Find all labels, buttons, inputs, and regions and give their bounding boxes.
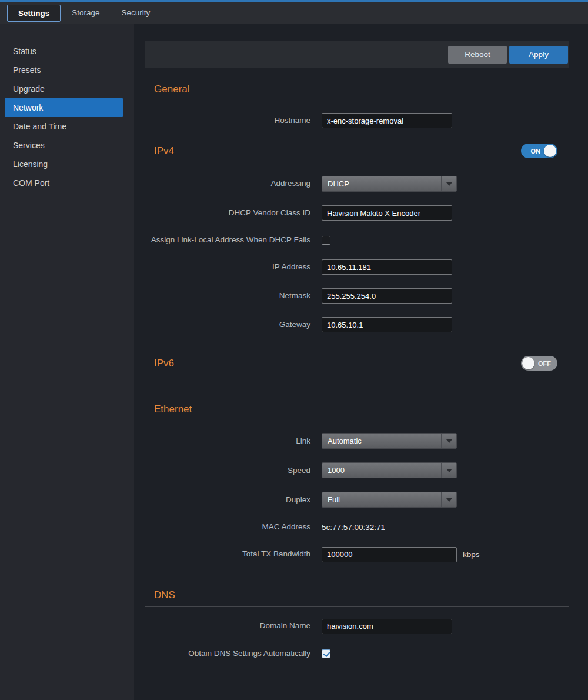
chevron-down-icon xyxy=(441,176,456,191)
obtain-dns-label: Obtain DNS Settings Automatically xyxy=(145,648,310,659)
section-title-ipv4: IPv4 xyxy=(154,145,174,157)
toggle-knob xyxy=(522,357,534,369)
section-title-ipv6: IPv6 xyxy=(154,358,174,369)
duplex-label: Duplex xyxy=(145,494,310,506)
reboot-button[interactable]: Reboot xyxy=(448,46,507,64)
link-select[interactable]: Automatic xyxy=(322,433,457,449)
sidebar-item-date-and-time[interactable]: Date and Time xyxy=(0,117,134,136)
section-title-general: General xyxy=(154,84,189,95)
section-divider xyxy=(145,376,569,376)
chevron-down-icon xyxy=(441,434,456,448)
total-tx-bandwidth-input[interactable] xyxy=(322,547,457,562)
speed-select[interactable]: 1000 xyxy=(322,462,457,478)
speed-selected-value: 1000 xyxy=(322,466,441,475)
duplex-selected-value: Full xyxy=(322,495,441,504)
toggle-on-label: ON xyxy=(531,148,541,155)
domain-name-label: Domain Name xyxy=(145,620,310,632)
sidebar-item-services[interactable]: Services xyxy=(0,136,134,155)
sidebar-item-licensing[interactable]: Licensing xyxy=(0,155,134,174)
ip-address-input[interactable] xyxy=(322,259,452,275)
ipv6-toggle[interactable]: OFF xyxy=(521,356,557,371)
ipv4-toggle[interactable]: ON xyxy=(521,144,557,158)
netmask-label: Netmask xyxy=(145,290,310,302)
main-tab-bar: Settings Storage Security xyxy=(0,2,588,24)
section-general: General Hostname xyxy=(145,84,569,128)
hostname-input[interactable] xyxy=(322,113,452,128)
section-ethernet: Ethernet Link Automatic Speed 1000 xyxy=(145,404,569,562)
netmask-input[interactable] xyxy=(322,288,452,304)
link-local-label: Assign Link-Local Address When DHCP Fail… xyxy=(145,234,310,246)
sidebar-item-com-port[interactable]: COM Port xyxy=(0,174,134,192)
bandwidth-unit-label: kbps xyxy=(463,550,480,559)
chevron-down-icon xyxy=(441,492,456,507)
section-dns: DNS Domain Name Obtain DNS Settings Auto… xyxy=(145,589,569,659)
mac-address-value: 5c:77:57:00:32:71 xyxy=(322,523,385,532)
apply-button[interactable]: Apply xyxy=(509,46,568,64)
hostname-label: Hostname xyxy=(145,115,310,126)
gateway-input[interactable] xyxy=(322,317,452,332)
toggle-off-label: OFF xyxy=(538,360,551,367)
addressing-label: Addressing xyxy=(145,178,310,189)
mac-address-label: MAC Address xyxy=(145,521,310,533)
action-toolbar: Reboot Apply xyxy=(145,41,569,68)
dhcp-vendor-class-id-label: DHCP Vendor Class ID xyxy=(145,207,310,219)
sidebar-item-upgrade[interactable]: Upgrade xyxy=(0,79,134,98)
obtain-dns-checkbox[interactable] xyxy=(322,649,330,658)
section-ipv6: IPv6 OFF xyxy=(145,356,569,376)
toggle-knob xyxy=(544,145,556,157)
sidebar-item-network[interactable]: Network xyxy=(5,98,123,117)
link-selected-value: Automatic xyxy=(322,436,441,445)
sidebar-item-presets[interactable]: Presets xyxy=(0,61,134,79)
link-label: Link xyxy=(145,435,310,447)
tab-storage[interactable]: Storage xyxy=(61,5,111,22)
sidebar-item-status[interactable]: Status xyxy=(0,42,134,61)
addressing-select[interactable]: DHCP xyxy=(322,176,457,192)
network-settings-page: Reboot Apply General Hostname IPv4 ON xyxy=(134,24,588,700)
section-title-dns: DNS xyxy=(154,589,175,601)
section-ipv4: IPv4 ON Addressing DHCP DHCP Vendor Clas… xyxy=(145,144,569,332)
settings-sidebar: Status Presets Upgrade Network Date and … xyxy=(0,24,134,700)
tab-settings[interactable]: Settings xyxy=(7,5,61,22)
speed-label: Speed xyxy=(145,465,310,476)
total-tx-bandwidth-label: Total TX Bandwidth xyxy=(145,548,310,560)
chevron-down-icon xyxy=(441,463,456,478)
domain-name-input[interactable] xyxy=(322,619,452,634)
duplex-select[interactable]: Full xyxy=(322,492,457,508)
tab-security[interactable]: Security xyxy=(111,5,162,22)
link-local-checkbox[interactable] xyxy=(322,236,330,245)
gateway-label: Gateway xyxy=(145,319,310,331)
addressing-selected-value: DHCP xyxy=(322,179,441,188)
section-title-ethernet: Ethernet xyxy=(154,404,192,415)
ip-address-label: IP Address xyxy=(145,261,310,273)
dhcp-vendor-class-id-input[interactable] xyxy=(322,205,452,221)
